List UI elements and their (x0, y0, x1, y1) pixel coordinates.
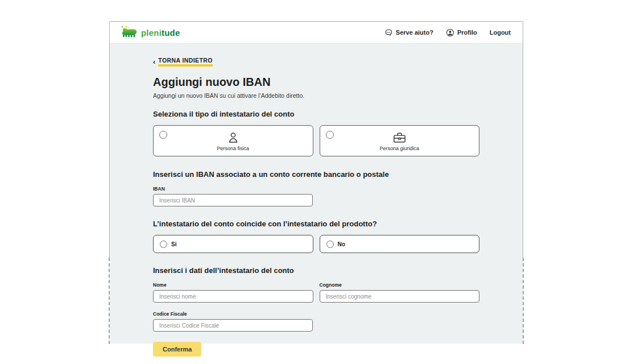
iban-label: IBAN (153, 186, 479, 192)
plenitude-wordmark: plenitude (141, 28, 180, 38)
nome-label: Nome (153, 282, 313, 288)
chevron-left-icon: ‹ (153, 58, 155, 65)
coincide-heading: L’intestatario del conto coincide con l’… (153, 220, 479, 228)
window-edge-right-solid (523, 22, 523, 258)
radio-si[interactable] (160, 241, 167, 248)
confirm-button[interactable]: Conferma (153, 342, 201, 357)
chat-bubble-icon (384, 28, 393, 37)
nome-field-group: Nome (153, 282, 313, 303)
holder-type-heading: Seleziona il tipo di intestatario del co… (153, 110, 479, 118)
plenitude-logo[interactable]: plenitude (120, 24, 180, 41)
cognome-field-group: Cognome (320, 282, 480, 303)
radio-no[interactable] (326, 241, 334, 248)
logout-label: Logout (490, 29, 511, 36)
briefcase-icon (392, 131, 407, 144)
nome-input[interactable] (153, 290, 313, 303)
main-content: ‹ TORNA INDIETRO Aggiungi nuovo IBAN Agg… (110, 44, 523, 357)
window-edge-left-dashed (109, 258, 110, 344)
person-icon (226, 131, 240, 144)
name-fields-row: Nome Cognome (153, 282, 479, 303)
iban-field-group: IBAN (153, 186, 479, 206)
codice-fiscale-label: Codice Fiscale (153, 311, 313, 317)
option-label: Persona giuridica (379, 146, 419, 151)
window-edge-right-dashed (523, 258, 524, 344)
back-link-label: TORNA INDIETRO (158, 57, 212, 67)
cognome-input[interactable] (320, 290, 480, 303)
logout-link[interactable]: Logout (490, 29, 511, 36)
app-window: plenitude Serve aiuto? (110, 21, 523, 344)
help-link[interactable]: Serve aiuto? (384, 28, 433, 37)
page-subtitle: Aggiungi un nuovo IBAN su cui attivare l… (153, 92, 479, 99)
option-label: No (338, 241, 345, 247)
coincide-options: Si No (153, 235, 479, 253)
profile-link[interactable]: Profilo (446, 28, 477, 37)
six-legged-dog-icon (120, 24, 138, 41)
profile-label: Profilo (457, 29, 477, 36)
window-edge-left-solid (109, 22, 110, 258)
iban-input[interactable] (153, 194, 313, 206)
option-label: Persona fisica (217, 146, 249, 151)
iban-heading: Inserisci un IBAN associato a un conto c… (153, 170, 479, 179)
radio-persona-fisica[interactable] (159, 131, 167, 139)
top-bar: plenitude Serve aiuto? (110, 22, 523, 44)
codice-fiscale-input[interactable] (153, 319, 313, 332)
option-box-no[interactable]: No (320, 235, 480, 253)
radio-persona-giuridica[interactable] (326, 131, 334, 139)
user-circle-icon (446, 28, 454, 37)
holder-data-heading: Inserisci i dati dell’intestatario del c… (153, 266, 479, 275)
header-actions: Serve aiuto? Profilo Logout (384, 28, 511, 37)
back-link[interactable]: ‹ TORNA INDIETRO (153, 57, 213, 67)
cognome-label: Cognome (320, 282, 480, 288)
help-label: Serve aiuto? (396, 29, 433, 36)
page-title: Aggiungi nuovo IBAN (153, 76, 479, 89)
option-label: Si (171, 241, 176, 247)
codice-fiscale-field-group: Codice Fiscale (153, 311, 313, 332)
holder-type-options: Persona fisica Persona giuridica (153, 125, 479, 156)
option-card-persona-fisica[interactable]: Persona fisica (153, 125, 313, 156)
option-box-si[interactable]: Si (153, 235, 313, 253)
option-card-persona-giuridica[interactable]: Persona giuridica (320, 125, 480, 156)
